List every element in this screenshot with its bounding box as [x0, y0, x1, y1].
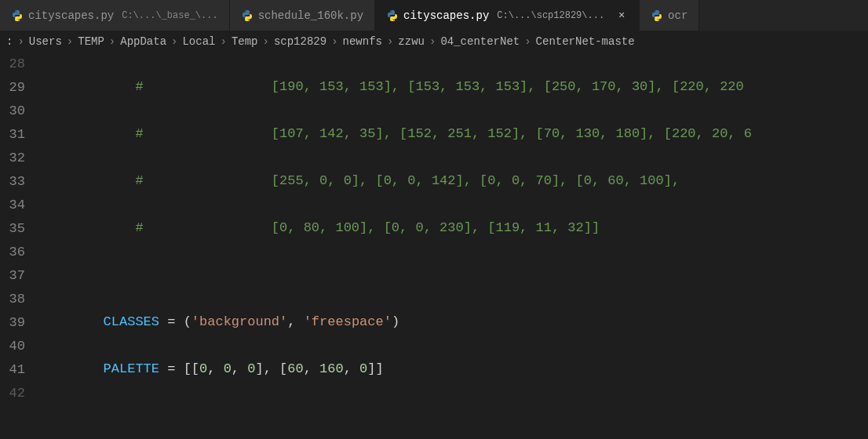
variable: CLASSES	[39, 310, 159, 334]
crumb[interactable]: newnfs	[341, 35, 384, 48]
crumb[interactable]: Temp	[230, 35, 260, 48]
chevron-right-icon: ›	[426, 35, 439, 48]
crumb[interactable]: CenterNet-maste	[534, 35, 636, 48]
crumb[interactable]: TEMP	[76, 35, 106, 48]
code-editor[interactable]: 28 29 30 31 32 33 34 35 36 37 38 39 40 4…	[0, 52, 868, 439]
crumb[interactable]: AppData	[119, 35, 168, 48]
crumb[interactable]: Users	[27, 35, 64, 48]
chevron-right-icon: ›	[521, 35, 534, 48]
string: 'freespace'	[304, 310, 392, 334]
comment: # [107, 142, 35], [152, 251, 152], [70, …	[39, 122, 752, 146]
line-number: 35	[0, 216, 25, 240]
tab-cityscapes-scp[interactable]: cityscapes.py C:\...\scp12829\... ×	[375, 0, 640, 31]
tab-schedule[interactable]: schedule_160k.py	[230, 0, 375, 31]
chevron-right-icon: ›	[14, 35, 27, 48]
line-number: 42	[0, 381, 25, 405]
crumb[interactable]: :	[5, 35, 14, 48]
tab-label: schedule_160k.py	[258, 9, 363, 22]
comment: # [255, 0, 0], [0, 0, 142], [0, 0, 70], …	[39, 169, 680, 193]
line-number: 29	[0, 75, 25, 99]
line-number-gutter: 28 29 30 31 32 33 34 35 36 37 38 39 40 4…	[0, 52, 39, 439]
code-line[interactable]	[39, 405, 868, 428]
python-icon	[241, 9, 253, 22]
line-number: 30	[0, 99, 25, 122]
chevron-right-icon: ›	[384, 35, 396, 48]
line-number: 40	[0, 334, 25, 357]
tab-ocr[interactable]: ocr	[640, 0, 699, 31]
close-icon[interactable]: ×	[615, 9, 628, 22]
code-line[interactable]: # [255, 0, 0], [0, 0, 142], [0, 0, 70], …	[39, 169, 868, 193]
tab-cityscapes-base[interactable]: cityscapes.py C:\...\_base_\...	[0, 0, 230, 31]
variable: PALETTE	[39, 357, 159, 381]
tab-path: C:\...\scp12829\...	[497, 10, 604, 21]
line-number: 32	[0, 146, 25, 169]
line-number: 39	[0, 310, 25, 334]
chevron-right-icon: ›	[217, 35, 229, 48]
tab-bar: cityscapes.py C:\...\_base_\... schedule…	[0, 0, 868, 31]
code-line[interactable]: # [190, 153, 153], [153, 153, 153], [250…	[39, 75, 868, 99]
chevron-right-icon: ›	[260, 35, 272, 48]
tab-label: ocr	[668, 9, 687, 22]
code-line[interactable]: PALETTE = [[0, 0, 0], [60, 160, 0]]	[39, 357, 868, 381]
python-icon	[386, 9, 399, 22]
code-area[interactable]: # [190, 153, 153], [153, 153, 153], [250…	[39, 52, 868, 439]
tab-label: cityscapes.py	[28, 9, 114, 22]
line-number: 31	[0, 122, 25, 146]
code-line[interactable]: # [0, 80, 100], [0, 0, 230], [119, 11, 3…	[39, 216, 868, 240]
python-icon	[651, 9, 663, 22]
chevron-right-icon: ›	[106, 35, 119, 48]
line-number: 36	[0, 240, 25, 263]
code-line[interactable]: CLASSES = ('background', 'freespace')	[39, 310, 868, 334]
crumb[interactable]: Local	[181, 35, 217, 48]
chevron-right-icon: ›	[64, 35, 76, 48]
line-number: 34	[0, 193, 25, 216]
code-line[interactable]: # [107, 142, 35], [152, 251, 152], [70, …	[39, 122, 868, 146]
line-number: 41	[0, 357, 25, 381]
breadcrumb[interactable]: : › Users › TEMP › AppData › Local › Tem…	[0, 31, 868, 52]
tab-path: C:\...\_base_\...	[122, 10, 217, 21]
python-icon	[11, 9, 24, 22]
crumb[interactable]: 04_centerNet	[439, 35, 521, 48]
comment: # [0, 80, 100], [0, 0, 230], [119, 11, 3…	[39, 216, 600, 240]
comment: # [190, 153, 153], [153, 153, 153], [250…	[39, 75, 744, 99]
line-number: 33	[0, 169, 25, 193]
line-number: 38	[0, 287, 25, 310]
line-number: 37	[0, 263, 25, 287]
line-number: 28	[0, 52, 25, 75]
chevron-right-icon: ›	[328, 35, 341, 48]
string: 'background'	[191, 310, 287, 334]
code-line[interactable]	[39, 263, 868, 287]
chevron-right-icon: ›	[168, 35, 181, 48]
tab-label: cityscapes.py	[403, 9, 489, 22]
crumb[interactable]: scp12829	[272, 35, 328, 48]
crumb[interactable]: zzwu	[396, 35, 426, 48]
